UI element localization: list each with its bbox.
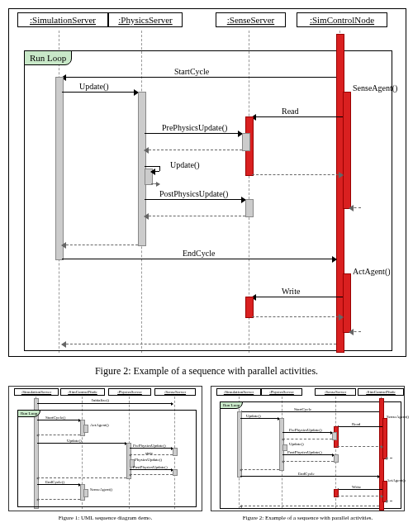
label-startcycle: StartCycle — [174, 67, 209, 76]
self-call-physics — [145, 166, 159, 167]
return-read — [252, 174, 343, 175]
msg-startcycle — [62, 77, 336, 78]
tr-lbl-write: Write — [352, 485, 361, 489]
label-read: Read — [282, 107, 299, 116]
tl-lbl-pre: PrePhysicsUpdate() — [133, 444, 166, 448]
tr-lbl-post: PostPhysicsUpdate() — [287, 450, 322, 454]
label-endcycle: EndCycle — [183, 249, 215, 258]
tr-lbl-read: Read — [352, 422, 360, 426]
return-update — [62, 245, 138, 245]
tr-head-2: :SenseServer — [315, 388, 356, 396]
thumb-left-diagram: :SimulationServer :SimControlNode :Physi… — [8, 386, 202, 511]
msg-write — [252, 297, 343, 297]
activation-ctrl-act — [343, 273, 351, 333]
tl-lbl-sa: SenseAgent() — [90, 487, 112, 492]
lifeline-header-ctrl: :SimControlNode — [297, 12, 387, 27]
return-write — [252, 316, 343, 317]
tr-head-0: :SimulationServer — [216, 388, 261, 396]
label-actagent: ActAgent() — [353, 267, 391, 276]
tl-head-1: :SimControlNode — [60, 388, 105, 396]
tl-lbl-aa: ActAgent() — [90, 423, 109, 427]
msg-endcycle — [62, 259, 336, 259]
tr-lbl-sa: SenseAgent() — [387, 415, 409, 419]
tr-head-1: :PhysicsServer — [261, 388, 302, 396]
tl-lbl-init: Initialize() — [92, 398, 109, 402]
label-update: Update() — [79, 82, 109, 91]
thumb-right: :SimulationServer :PhysicsServer :SenseS… — [211, 386, 405, 521]
tr-lbl-ec: EndCycle — [298, 472, 315, 476]
msg-update — [62, 92, 138, 93]
return-endcycle — [62, 344, 336, 344]
tl-head-3: :SenseServer — [154, 388, 196, 396]
tl-head-0: :SimulationServer — [14, 388, 59, 396]
lifeline-header-physics: :PhysicsServer — [108, 12, 183, 27]
msg-prephysics — [145, 133, 242, 134]
activation-sense-pre — [242, 133, 250, 151]
main-sequence-diagram: :SimulationServer :PhysicsServer :SenseS… — [8, 8, 406, 357]
label-innerupdate: Update() — [170, 160, 200, 169]
activation-sim — [55, 77, 64, 260]
tr-lbl-aa: ActAgent() — [387, 478, 406, 482]
tl-head-2: :PhysicsServer — [108, 388, 151, 396]
tl-lbl-post: PostPhysicsUpdate() — [133, 465, 168, 469]
thumb-right-diagram: :SimulationServer :PhysicsServer :SenseS… — [211, 386, 405, 511]
thumb-left: :SimulationServer :SimControlNode :Physi… — [8, 386, 202, 521]
main-caption: Figure 2: Example of a sequence with par… — [8, 365, 405, 378]
tl-lbl-ec: EndCycle() — [45, 480, 64, 484]
loop-label: Run Loop — [24, 50, 72, 65]
tl-lbl-sc: StartCycle() — [45, 416, 65, 420]
tr-lbl-iu: Update() — [289, 442, 304, 446]
msg-read — [252, 116, 343, 117]
tr-loop-label: Run Loop — [220, 401, 243, 409]
activation-ctrl-sense — [343, 92, 351, 209]
activation-sense-post — [245, 199, 254, 217]
tl-loop-label: Run Loop — [17, 410, 40, 417]
label-write: Write — [282, 287, 300, 296]
tl-lbl-upd: Update() — [67, 439, 82, 443]
tr-lbl-upd: Update() — [246, 414, 261, 418]
thumbnails-row: :SimulationServer :SimControlNode :Physi… — [8, 386, 405, 521]
thumb-right-caption: Figure 2: Example of a sequence with par… — [211, 515, 405, 521]
lifeline-header-simserver: :SimulationServer — [17, 12, 108, 27]
tr-head-3: :SimControlNode — [358, 388, 404, 396]
return-innerupdate — [151, 183, 159, 184]
label-senseagent: SenseAgent() — [353, 83, 397, 93]
activation-sense-write — [245, 297, 254, 318]
tr-lbl-pre: PrePhysicsUpdate() — [289, 428, 322, 432]
return-actagent — [349, 331, 361, 332]
tl-lbl-state: state — [145, 451, 153, 455]
msg-postphysics — [145, 199, 245, 200]
return-postphysics — [145, 216, 245, 216]
thumb-left-caption: Figure 1: UML sequence diagram demo. — [8, 515, 202, 521]
tr-lbl-sc: StartCycle — [294, 407, 311, 411]
label-postphysics: PostPhysicsUpdate() — [159, 189, 228, 198]
label-prephysics: PrePhysicsUpdate() — [162, 123, 227, 132]
return-senseagent — [349, 207, 361, 208]
return-prephysics — [145, 150, 242, 150]
lifeline-header-sense: :SenseServer — [216, 12, 286, 27]
tl-lbl-pu: PhysicsUpdate() — [135, 458, 162, 462]
